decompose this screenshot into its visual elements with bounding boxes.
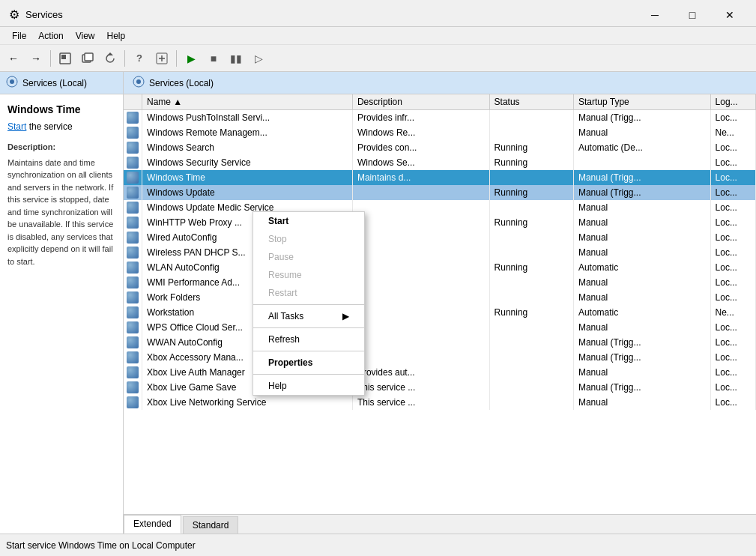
toolbar: ← → ? ▶ ■ ▮▮ ▷ <box>0 45 756 72</box>
table-row[interactable]: WWAN AutoConfig Manual (Trigg... Loc... <box>124 335 756 350</box>
col-header-name[interactable]: Name ▲ <box>142 94 353 110</box>
table-row[interactable]: Wired AutoConfig Manual Loc... <box>124 230 756 245</box>
table-row[interactable]: Windows Update Running Manual (Trigg... … <box>124 185 756 200</box>
ctx-refresh[interactable]: Refresh <box>253 330 364 348</box>
help-button[interactable]: ? <box>129 48 150 69</box>
tab-standard[interactable]: Standard <box>183 516 239 534</box>
row-logon: Loc... <box>710 185 755 200</box>
row-desc: Windows Se... <box>352 155 489 170</box>
row-desc <box>352 215 489 230</box>
services-table: Name ▲ Description Status Startup Type L… <box>124 94 756 410</box>
back-button[interactable]: ← <box>3 48 24 69</box>
table-row[interactable]: WLAN AutoConfig Running Automatic Loc... <box>124 260 756 275</box>
service-icon-img <box>127 232 139 244</box>
show-hide-console-button[interactable] <box>55 48 76 69</box>
table-row[interactable]: Windows Update Medic Service Manual Loc.… <box>124 200 756 215</box>
ctx-stop[interactable]: Stop <box>253 230 364 248</box>
maximize-button[interactable]: □ <box>675 4 710 25</box>
forward-button[interactable]: → <box>25 48 46 69</box>
table-row[interactable]: Windows Time Maintains d... Manual (Trig… <box>124 170 756 185</box>
minimize-button[interactable]: ─ <box>638 4 672 25</box>
services-table-container[interactable]: Name ▲ Description Status Startup Type L… <box>124 94 756 514</box>
row-name: Windows Remote Managem... <box>142 125 353 140</box>
ctx-help[interactable]: Help <box>253 377 364 395</box>
ctx-resume[interactable]: Resume <box>253 266 364 284</box>
col-header-icon <box>124 94 142 110</box>
stop-service-button[interactable]: ■ <box>203 48 224 69</box>
table-row[interactable]: Workstation Running Automatic Ne... <box>124 305 756 320</box>
col-header-startup[interactable]: Startup Type <box>573 94 710 110</box>
row-logon: Loc... <box>710 200 755 215</box>
svg-point-11 <box>136 79 141 84</box>
row-desc: Provides aut... <box>352 365 489 380</box>
window-controls: ─ □ ✕ <box>638 4 747 25</box>
row-status <box>489 170 573 185</box>
toolbar-sep3 <box>176 50 177 67</box>
row-icon <box>124 200 142 215</box>
row-status: Running <box>489 215 573 230</box>
table-row[interactable]: WinHTTP Web Proxy ... Running Manual Loc… <box>124 215 756 230</box>
row-startup: Manual <box>573 200 710 215</box>
left-panel-title: Services (Local) <box>22 78 87 88</box>
row-desc <box>352 320 489 335</box>
pause-service-button[interactable]: ▮▮ <box>226 48 247 69</box>
svg-point-9 <box>10 79 14 84</box>
col-header-logon[interactable]: Log... <box>710 94 755 110</box>
status-text: Start service Windows Time on Local Comp… <box>6 540 196 551</box>
row-startup: Automatic <box>573 260 710 275</box>
svg-rect-3 <box>85 53 93 61</box>
row-logon: Loc... <box>710 350 755 365</box>
ctx-properties[interactable]: Properties <box>253 354 364 372</box>
table-row[interactable]: Xbox Live Game Save This service ... Man… <box>124 380 756 395</box>
tab-extended[interactable]: Extended <box>124 515 181 534</box>
table-row[interactable]: Windows Search Provides con... Running A… <box>124 140 756 155</box>
row-icon <box>124 155 142 170</box>
row-startup: Manual (Trigg... <box>573 110 710 126</box>
table-row[interactable]: Windows Remote Managem... Windows Re... … <box>124 125 756 140</box>
menu-view[interactable]: View <box>70 29 101 43</box>
table-row[interactable]: Windows PushToInstall Servi... Provides … <box>124 110 756 126</box>
table-row[interactable]: Work Folders Manual Loc... <box>124 290 756 305</box>
svg-rect-1 <box>61 55 66 59</box>
table-row[interactable]: Wireless PAN DHCP S... Manual Loc... <box>124 245 756 260</box>
row-desc: Maintains d... <box>352 170 489 185</box>
col-header-description[interactable]: Description <box>352 94 489 110</box>
svg-marker-4 <box>107 52 113 55</box>
restart-service-button[interactable]: ▷ <box>248 48 269 69</box>
selected-service-title: Windows Time <box>7 103 115 115</box>
table-row[interactable]: WMI Performance Ad... Manual Loc... <box>124 275 756 290</box>
service-icon-img <box>127 172 139 184</box>
ctx-restart[interactable]: Restart <box>253 284 364 302</box>
left-panel-header: Services (Local) <box>0 72 123 94</box>
start-text: the service <box>26 121 72 132</box>
table-row[interactable]: WPS Office Cloud Ser... Manual Loc... <box>124 320 756 335</box>
menu-file[interactable]: File <box>6 29 32 43</box>
ctx-all-tasks[interactable]: All Tasks ▶ <box>253 307 364 325</box>
start-service-button[interactable]: ▶ <box>181 48 202 69</box>
service-icon-img <box>127 112 139 124</box>
service-icon-img <box>127 396 139 408</box>
export-button[interactable] <box>151 48 172 69</box>
new-window-button[interactable] <box>77 48 98 69</box>
ctx-start[interactable]: Start <box>253 212 364 230</box>
row-name: Windows Security Service <box>142 155 353 170</box>
service-icon-img <box>127 202 139 214</box>
table-row[interactable]: Xbox Live Auth Manager Provides aut... M… <box>124 365 756 380</box>
start-link[interactable]: Start <box>7 121 26 132</box>
row-status <box>489 245 573 260</box>
table-row[interactable]: Xbox Live Networking Service This servic… <box>124 395 756 410</box>
toolbar-sep2 <box>124 50 125 67</box>
service-icon-img <box>127 262 139 274</box>
table-row[interactable]: Xbox Accessory Mana... Manual (Trigg... … <box>124 350 756 365</box>
service-icon-img <box>127 142 139 154</box>
main-content: Services (Local) Windows Time Start the … <box>0 72 756 534</box>
table-row[interactable]: Windows Security Service Windows Se... R… <box>124 155 756 170</box>
row-desc <box>352 245 489 260</box>
col-header-status[interactable]: Status <box>489 94 573 110</box>
refresh-button[interactable] <box>100 48 121 69</box>
close-button[interactable]: ✕ <box>713 4 747 25</box>
ctx-sep4 <box>253 374 364 375</box>
ctx-pause[interactable]: Pause <box>253 248 364 266</box>
menu-help[interactable]: Help <box>101 29 132 43</box>
menu-action[interactable]: Action <box>32 29 69 43</box>
